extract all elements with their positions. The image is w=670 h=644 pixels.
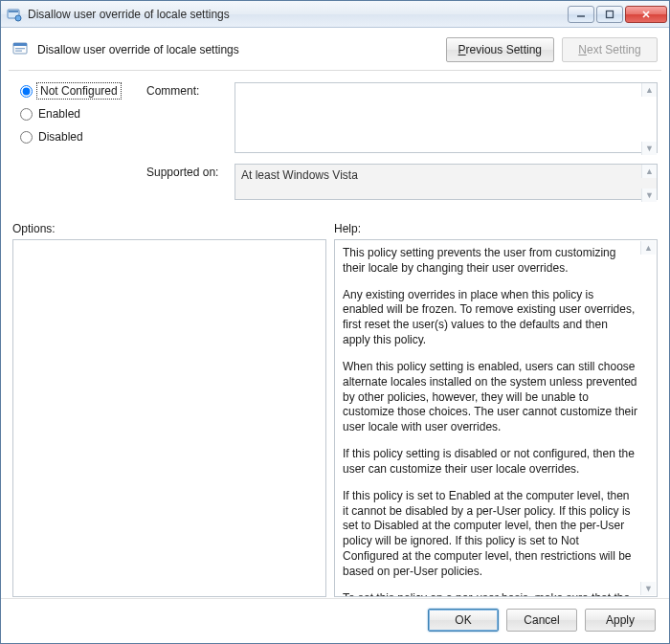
svg-rect-8 xyxy=(13,43,27,46)
app-icon xyxy=(7,7,22,22)
nav-buttons: Previous Setting Next Setting xyxy=(446,37,658,62)
window-title: Disallow user override of locale setting… xyxy=(28,8,568,21)
cancel-button[interactable]: Cancel xyxy=(506,609,577,632)
radio-enabled[interactable]: Enabled xyxy=(20,107,146,121)
scrollbar-stub: ▲ ▼ xyxy=(640,241,656,595)
header: Disallow user override of locale setting… xyxy=(1,28,669,70)
panes: This policy setting prevents the user fr… xyxy=(1,239,669,592)
radio-disabled-label: Disabled xyxy=(38,130,83,144)
help-pane[interactable]: This policy setting prevents the user fr… xyxy=(334,239,658,597)
radio-enabled-input[interactable] xyxy=(20,108,33,121)
help-paragraph: If this policy setting is disabled or no… xyxy=(343,447,637,477)
policy-icon xyxy=(12,41,30,58)
close-button[interactable] xyxy=(625,6,667,23)
scroll-up-icon: ▲ xyxy=(640,241,656,255)
svg-point-2 xyxy=(15,15,21,21)
dialog-window: Disallow user override of locale setting… xyxy=(0,0,670,644)
svg-rect-4 xyxy=(607,11,614,17)
supported-label: Supported on: xyxy=(146,164,234,179)
supported-value xyxy=(234,164,658,200)
apply-button[interactable]: Apply xyxy=(585,609,656,632)
state-radios: Not Configured Enabled Disabled xyxy=(20,82,146,211)
help-paragraph: Any existing overrides in place when thi… xyxy=(343,288,637,348)
help-paragraph: When this policy setting is enabled, use… xyxy=(343,360,637,435)
fields: Comment: ▲ ▼ Supported on: ▲ ▼ xyxy=(146,82,658,211)
previous-setting-button[interactable]: Previous Setting xyxy=(446,37,554,62)
radio-disabled[interactable]: Disabled xyxy=(20,130,146,144)
comment-label: Comment: xyxy=(146,82,234,98)
help-paragraph: If this policy is set to Enabled at the … xyxy=(343,489,637,580)
help-paragraph: To set this policy on a per-user basis, … xyxy=(343,591,637,597)
radio-not-configured-input[interactable] xyxy=(20,85,33,98)
scroll-down-icon: ▼ xyxy=(640,582,656,595)
supported-box: ▲ ▼ xyxy=(234,164,658,203)
svg-rect-10 xyxy=(15,51,22,52)
minimize-button[interactable] xyxy=(568,6,594,23)
radio-not-configured[interactable]: Not Configured xyxy=(20,84,146,98)
options-pane xyxy=(12,239,326,597)
settings-region: Not Configured Enabled Disabled Comment:… xyxy=(1,78,669,216)
help-label: Help: xyxy=(334,222,361,235)
maximize-button[interactable] xyxy=(596,6,623,23)
comment-row: Comment: ▲ ▼ xyxy=(146,82,658,156)
supported-row: Supported on: ▲ ▼ xyxy=(146,164,658,203)
policy-title: Disallow user override of locale setting… xyxy=(37,43,446,56)
svg-rect-9 xyxy=(15,48,25,49)
options-label: Options: xyxy=(12,222,334,235)
svg-rect-1 xyxy=(9,11,18,12)
help-paragraph: This policy setting prevents the user fr… xyxy=(343,246,637,277)
next-setting-button: Next Setting xyxy=(562,37,658,62)
pane-labels: Options: Help: xyxy=(1,216,669,239)
divider xyxy=(9,70,661,71)
footer: OK Cancel Apply xyxy=(1,598,669,643)
comment-input[interactable] xyxy=(234,82,658,153)
radio-not-configured-label: Not Configured xyxy=(38,84,120,98)
comment-box: ▲ ▼ xyxy=(234,82,658,156)
radio-disabled-input[interactable] xyxy=(20,131,33,144)
radio-enabled-label: Enabled xyxy=(38,107,80,121)
ok-button[interactable]: OK xyxy=(428,609,499,632)
window-controls xyxy=(568,6,667,23)
titlebar[interactable]: Disallow user override of locale setting… xyxy=(1,1,669,28)
